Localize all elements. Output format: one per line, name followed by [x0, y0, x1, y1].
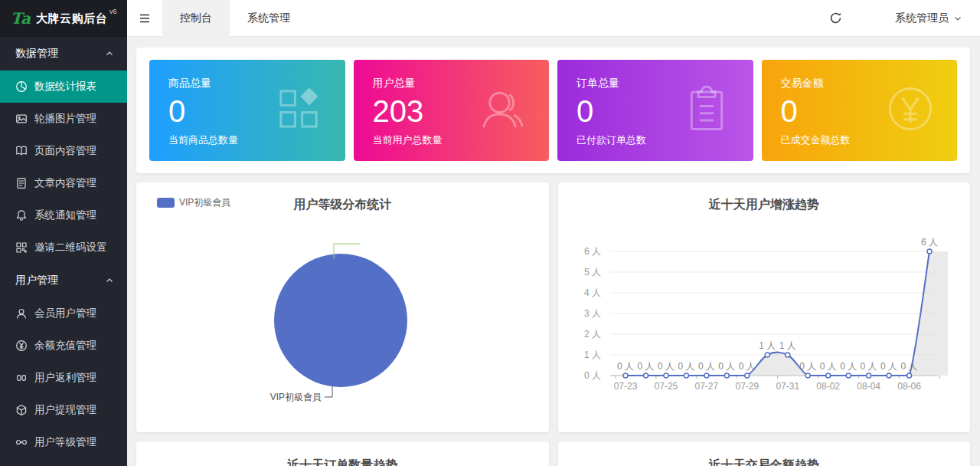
main-content: 商品总量0当前商品总数量用户总量203当前用户总数量订单总量0已付款订单总数交易… [127, 37, 980, 466]
user-menu[interactable]: 系统管理员 [895, 11, 962, 25]
svg-text:1 人: 1 人 [779, 340, 795, 351]
user-level-pie-panel: VIP初級會員 用户等级分布统计 VIP初級會員 [136, 182, 549, 432]
logo-mark-icon: Ta [11, 9, 31, 28]
charts-row: VIP初級會員 用户等级分布统计 VIP初級會員 近十天用户增涨趋势 0 人1 … [136, 182, 970, 432]
line-chart[interactable]: 0 人1 人2 人3 人4 人5 人6 人07-2307-2507-2707-2… [558, 182, 966, 432]
sidebar-item[interactable]: 用户等级管理 [0, 426, 127, 458]
svg-text:5 人: 5 人 [583, 267, 600, 277]
sidebar-item[interactable]: 用户返利管理 [0, 362, 127, 394]
amount-trend-panel: 近十天交易金额趋势 [558, 441, 971, 466]
carousel-image-icon [15, 113, 28, 125]
svg-text:0 人: 0 人 [678, 361, 694, 372]
sidebar-group-header[interactable]: 用户管理 [0, 264, 127, 297]
data-point [663, 373, 668, 378]
data-point [704, 373, 708, 378]
svg-text:4 人: 4 人 [583, 287, 600, 298]
book-icon [15, 145, 28, 157]
qrcode-icon [15, 241, 28, 254]
orders-trend-title: 近十天订单数量趋势 [136, 441, 549, 466]
sidebar-item[interactable]: 文章内容管理 [0, 167, 127, 199]
stat-card: 订单总量0已付款订单总数 [557, 60, 753, 161]
svg-text:3 人: 3 人 [583, 308, 600, 319]
chevron-up-icon [106, 50, 113, 57]
sidebar: Ta 大牌云购后台 v6 数据管理数据统计报表轮播图片管理页面内容管理文章内容管… [0, 0, 127, 466]
svg-text:0 人: 0 人 [799, 361, 816, 372]
user-name: 系统管理员 [895, 11, 949, 25]
data-point [805, 373, 810, 378]
pie-slice[interactable] [274, 254, 407, 387]
svg-text:07-23: 07-23 [613, 381, 637, 392]
svg-text:0 人: 0 人 [860, 361, 877, 372]
article-icon [15, 177, 28, 189]
app-version: v6 [109, 8, 117, 15]
svg-text:1 人: 1 人 [759, 340, 776, 351]
svg-text:0 人: 0 人 [900, 361, 917, 372]
pie-legend-item[interactable]: VIP初級會員 [157, 196, 230, 209]
pie-slice-label: VIP初級會員 [270, 392, 322, 402]
data-point [927, 249, 932, 254]
data-point [765, 353, 769, 357]
data-point [684, 373, 688, 378]
users-icon [474, 80, 531, 140]
header-right: 系统管理员 [820, 0, 980, 37]
svg-text:0 人: 0 人 [583, 370, 600, 381]
sidebar-item[interactable]: 用户提现管理 [0, 394, 127, 426]
chevron-down-icon [954, 15, 962, 22]
refresh-icon[interactable] [820, 0, 851, 37]
data-point [846, 373, 851, 378]
sidebar-item[interactable]: 数据统计报表 [0, 71, 127, 103]
svg-text:0 人: 0 人 [880, 361, 897, 372]
infinity-icon [15, 436, 28, 448]
data-point [744, 373, 749, 378]
svg-text:07-27: 07-27 [694, 381, 718, 392]
data-point [866, 373, 871, 378]
svg-text:07-29: 07-29 [735, 381, 759, 392]
data-point [724, 373, 729, 378]
header-tab[interactable]: 系统管理 [230, 0, 308, 37]
svg-text:08-04: 08-04 [857, 381, 880, 392]
sidebar-item[interactable]: 系统通知管理 [0, 199, 127, 231]
sidebar-item[interactable]: 页面内容管理 [0, 135, 127, 167]
sidebar-item[interactable]: 会员用户管理 [0, 297, 127, 330]
sidebar-menu: 数据管理数据统计报表轮播图片管理页面内容管理文章内容管理系统通知管理邀请二维码设… [0, 37, 127, 466]
data-point [623, 373, 628, 378]
stat-card: 交易金额0已成交金额总数 [762, 60, 958, 161]
svg-text:6 人: 6 人 [920, 237, 937, 248]
sidebar-item[interactable]: 轮播图片管理 [0, 103, 127, 135]
data-point [825, 373, 830, 378]
bell-icon [15, 209, 28, 222]
collapse-menu-icon[interactable] [127, 0, 162, 37]
svg-text:0 人: 0 人 [657, 361, 674, 372]
sidebar-item[interactable]: 邀请二维码设置 [0, 231, 127, 264]
data-point [887, 373, 891, 378]
user-icon [15, 307, 28, 320]
app-logo[interactable]: Ta 大牌云购后台 v6 [0, 0, 127, 37]
header-tabs: 控制台系统管理 [162, 0, 308, 37]
header-tab[interactable]: 控制台 [162, 0, 230, 37]
withdraw-box-icon [15, 404, 28, 416]
orders-trend-panel: 近十天订单数量趋势 [136, 441, 549, 466]
stat-cards-panel: 商品总量0当前商品总数量用户总量203当前用户总数量订单总量0已付款订单总数交易… [136, 48, 970, 173]
svg-text:0 人: 0 人 [718, 361, 735, 372]
data-point [643, 373, 648, 378]
sidebar-group-header[interactable]: 数据管理 [0, 37, 127, 71]
sidebar-item[interactable]: 用户折扣方案 [0, 458, 127, 466]
data-point [785, 353, 789, 357]
svg-text:07-31: 07-31 [776, 381, 799, 392]
svg-text:07-25: 07-25 [654, 381, 678, 392]
bottom-charts-row: 近十天订单数量趋势 近十天交易金额趋势 [136, 441, 970, 466]
svg-text:0 人: 0 人 [616, 361, 633, 372]
pie-labelline [325, 386, 332, 397]
user-growth-line-panel: 近十天用户增涨趋势 0 人1 人2 人3 人4 人5 人6 人07-2307-2… [558, 182, 971, 432]
svg-text:0 人: 0 人 [738, 361, 755, 372]
svg-text:08-02: 08-02 [816, 381, 840, 392]
svg-text:1 人: 1 人 [583, 350, 600, 360]
legend-swatch [157, 198, 175, 208]
svg-text:0 人: 0 人 [819, 361, 836, 372]
pie-chart[interactable]: VIP初級會員 [136, 182, 544, 432]
legend-label: VIP初級會員 [179, 196, 230, 209]
sidebar-item[interactable]: 余额充值管理 [0, 330, 127, 362]
app-title: 大牌云购后台 [36, 11, 107, 26]
data-point [906, 373, 911, 378]
chevron-up-icon [106, 277, 113, 284]
